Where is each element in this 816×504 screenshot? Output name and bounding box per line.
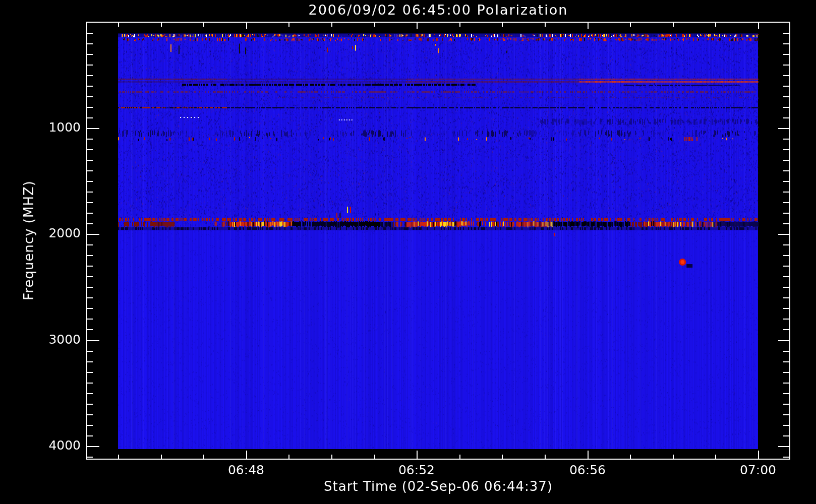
chart-title: 2006/09/02 06:45:00 Polarization xyxy=(86,2,790,18)
y-tick-label: 3000 xyxy=(20,332,81,347)
y-tick-label: 2000 xyxy=(20,226,81,240)
y-tick-label: 4000 xyxy=(20,438,81,453)
spectrogram-canvas xyxy=(0,0,816,504)
x-axis-label: Start Time (02-Sep-06 06:44:37) xyxy=(86,479,790,494)
y-axis-label: Frequency (MHZ) xyxy=(21,180,36,300)
x-tick-label: 06:52 xyxy=(381,463,452,477)
spectrogram-page: 2006/09/02 06:45:00 Polarization Frequen… xyxy=(0,0,816,504)
x-tick-label: 06:56 xyxy=(552,463,623,477)
y-tick-label: 1000 xyxy=(20,120,81,135)
x-tick-label: 06:48 xyxy=(211,463,281,477)
x-tick-label: 07:00 xyxy=(723,463,793,477)
